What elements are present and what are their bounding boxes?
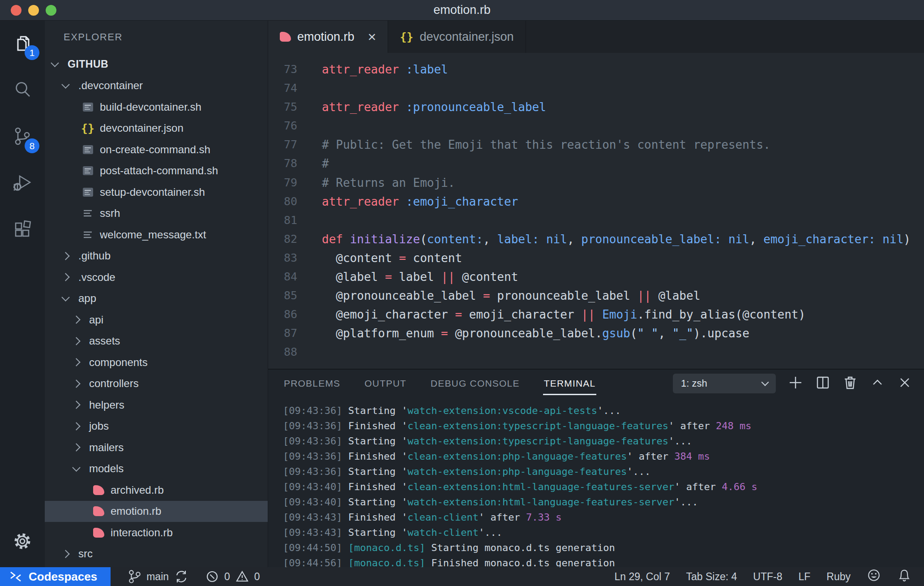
- panel-tab-problems[interactable]: PROBLEMS: [283, 372, 341, 395]
- tree-row-devcontainer-json[interactable]: {}devcontainer.json: [45, 118, 268, 139]
- cursor-position-status-item[interactable]: Ln 29, Col 7: [614, 571, 670, 583]
- code-line-78: 78#: [268, 154, 924, 173]
- tree-row-mailers[interactable]: mailers: [45, 437, 268, 458]
- code-line-85: 85 @pronounceable_label = pronounceable_…: [268, 286, 924, 305]
- tree-row-models[interactable]: models: [45, 458, 268, 480]
- tree-row-setup-devcontainer-sh[interactable]: setup-devcontainer.sh: [45, 181, 268, 203]
- activity-item-source-control[interactable]: 8: [0, 114, 45, 160]
- tree-item-label: archived.rb: [111, 484, 164, 496]
- error-count: 0: [224, 571, 230, 583]
- tree-row-helpers[interactable]: helpers: [45, 394, 268, 416]
- tree-row--devcontainer[interactable]: .devcontainer: [45, 75, 268, 97]
- bell-icon: [897, 568, 911, 585]
- tree-row-jobs[interactable]: jobs: [45, 416, 268, 437]
- chevron-right-icon: [61, 252, 69, 260]
- codespaces-label: Codespaces: [29, 570, 97, 584]
- window-controls: [11, 0, 56, 21]
- editor-group: emotion.rb×{}devcontainer.json 73attr_re…: [268, 21, 924, 567]
- eol-status-item[interactable]: LF: [798, 571, 810, 583]
- tab-size-status-item[interactable]: Tab Size: 4: [686, 571, 737, 583]
- split-terminal-icon: [815, 375, 830, 392]
- branch-status-item[interactable]: main: [128, 569, 188, 584]
- activity-item-run-debug[interactable]: [0, 160, 45, 207]
- codespaces-status-item[interactable]: Codespaces: [0, 567, 111, 586]
- code-line-82: 82def initialize(content:, label: nil, p…: [268, 230, 924, 249]
- tree-row-emotion-rb[interactable]: emotion.rb: [45, 501, 268, 522]
- panel-tab-terminal[interactable]: TERMINAL: [543, 372, 597, 395]
- chevron-right-icon: [72, 358, 80, 366]
- tree-row-on-create-command-sh[interactable]: on-create-command.sh: [45, 139, 268, 160]
- tree-row-app[interactable]: app: [45, 288, 268, 310]
- json-file-icon: {}: [400, 30, 413, 43]
- activity-item-search[interactable]: [0, 67, 45, 114]
- remote-icon: [9, 570, 22, 583]
- panel-tab-output[interactable]: OUTPUT: [364, 372, 407, 395]
- settings-button[interactable]: [0, 524, 45, 560]
- minimize-window-button[interactable]: [28, 5, 39, 16]
- editor-tab-emotion-rb[interactable]: emotion.rb×: [268, 21, 388, 53]
- ruby-file-icon: [280, 32, 291, 42]
- close-window-button[interactable]: [11, 5, 21, 16]
- tree-row-archived-rb[interactable]: archived.rb: [45, 479, 268, 501]
- terminal-selector[interactable]: 1: zsh: [673, 374, 776, 393]
- line-number: 85: [268, 286, 297, 305]
- code-editor[interactable]: 73attr_reader :label7475attr_reader :pro…: [268, 53, 924, 369]
- tree-row-interaction-rb[interactable]: interaction.rb: [45, 522, 268, 543]
- tree-row-api[interactable]: api: [45, 309, 268, 331]
- editor-tab-devcontainer-json[interactable]: {}devcontainer.json: [388, 21, 526, 53]
- tree-row-src[interactable]: src: [45, 543, 268, 565]
- language-mode-status-item[interactable]: Ruby: [826, 571, 851, 583]
- activity-item-explorer[interactable]: 1: [0, 21, 45, 67]
- notifications-button[interactable]: [897, 568, 911, 585]
- tree-item-label: emotion.rb: [111, 505, 161, 517]
- chevron-down-icon: [61, 80, 69, 88]
- chevron-right-icon: [61, 273, 69, 281]
- tree-item-label: components: [89, 356, 148, 369]
- plus-button[interactable]: [788, 375, 803, 392]
- chevron-up-icon: [870, 375, 885, 392]
- line-number: 75: [268, 98, 297, 116]
- tree-row-controllers[interactable]: controllers: [45, 373, 268, 395]
- tree-row-assets[interactable]: assets: [45, 331, 268, 352]
- tree-row-post-attach-command-sh[interactable]: post-attach-command.sh: [45, 160, 268, 182]
- tree-row-welcome-message-txt[interactable]: welcome_message.txt: [45, 224, 268, 246]
- problems-status-item[interactable]: 0 0: [205, 570, 260, 583]
- code-line-76: 76: [268, 116, 924, 135]
- tree-item-label: ssrh: [100, 207, 120, 220]
- tree-row-ssrh[interactable]: ssrh: [45, 203, 268, 224]
- chevron-down-icon: [61, 293, 69, 301]
- tree-item-label: devcontainer.json: [100, 122, 184, 134]
- tree-item-label: .vscode: [78, 271, 116, 284]
- terminal-line: [09:43:36] Starting 'watch-extension:vsc…: [283, 403, 924, 418]
- encoding-status-item[interactable]: UTF-8: [753, 571, 782, 583]
- code-line-80: 80attr_reader :emoji_character: [268, 192, 924, 211]
- trash-icon: [843, 375, 858, 392]
- tree-item-label: assets: [89, 335, 120, 347]
- tree-row-github[interactable]: GITHUB: [45, 54, 268, 75]
- close-button[interactable]: [897, 375, 912, 392]
- panel-tab-debug-console[interactable]: DEBUG CONSOLE: [430, 372, 521, 395]
- terminal-output[interactable]: [09:43:36] Starting 'watch-extension:vsc…: [268, 397, 924, 567]
- chevron-down-icon: [72, 463, 80, 471]
- chevron-up-button[interactable]: [870, 375, 885, 392]
- line-number: 76: [268, 116, 297, 135]
- maximize-window-button[interactable]: [46, 5, 56, 16]
- tree-row--vscode[interactable]: .vscode: [45, 267, 268, 288]
- tree-row-build-devcontainer-sh[interactable]: build-devcontainer.sh: [45, 96, 268, 118]
- feedback-smiley-button[interactable]: [867, 568, 881, 585]
- close-tab-icon[interactable]: ×: [368, 30, 376, 44]
- panel-actions: 1: zsh: [673, 374, 912, 393]
- activity-item-extensions[interactable]: [0, 207, 45, 254]
- tree-row-components[interactable]: components: [45, 352, 268, 373]
- line-number: 83: [268, 249, 297, 267]
- line-number: 82: [268, 230, 297, 249]
- terminal-selector-value: 1: zsh: [681, 378, 707, 389]
- split-terminal-button[interactable]: [815, 375, 830, 392]
- trash-button[interactable]: [843, 375, 858, 392]
- tree-item-label: helpers: [89, 399, 124, 411]
- tree-item-label: build-devcontainer.sh: [100, 101, 201, 113]
- sync-icon: [174, 569, 188, 584]
- tree-row--github[interactable]: .github: [45, 246, 268, 267]
- explorer-sidebar: EXPLORER GITHUB.devcontainer build-devco…: [45, 21, 268, 567]
- line-number: 78: [268, 154, 297, 173]
